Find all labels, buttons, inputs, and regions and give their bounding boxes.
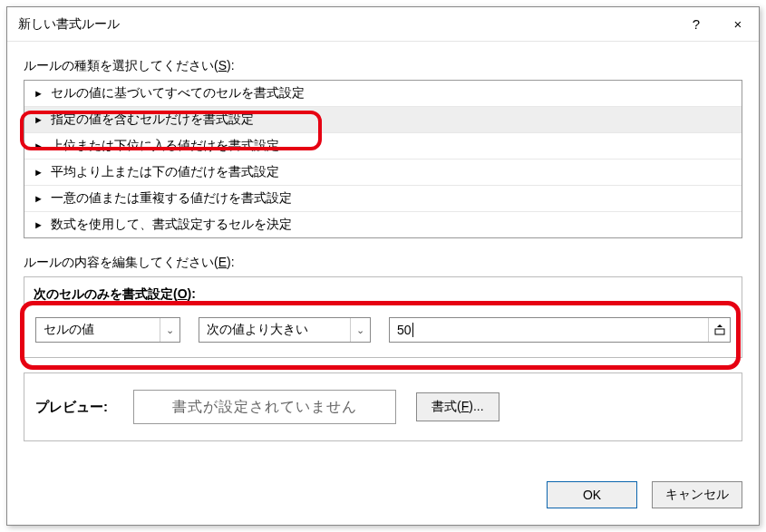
rule-type-item[interactable]: ► 数式を使用して、書式設定するセルを決定 bbox=[24, 212, 742, 237]
new-formatting-rule-dialog: 新しい書式ルール ? × ルールの種類を選択してください(S): ► セルの値に… bbox=[6, 6, 760, 526]
chevron-right-icon: ► bbox=[34, 88, 44, 99]
label-text: 次のセルのみを書式設定( bbox=[34, 286, 178, 301]
criteria-panel: 次のセルのみを書式設定(O): セルの値 ⌄ 次の値より大きい ⌄ 50 bbox=[24, 276, 742, 358]
cancel-button[interactable]: キャンセル bbox=[652, 481, 742, 508]
label-key: O bbox=[178, 286, 188, 301]
collapse-dialog-icon bbox=[713, 324, 726, 336]
help-button[interactable]: ? bbox=[675, 7, 717, 42]
chevron-down-icon: ⌄ bbox=[350, 318, 370, 342]
dialog-title: 新しい書式ルール bbox=[18, 16, 120, 33]
label-tail: ): bbox=[227, 58, 235, 73]
rule-type-item[interactable]: ► 指定の値を含むセルだけを書式設定 bbox=[24, 107, 742, 133]
chevron-right-icon: ► bbox=[34, 114, 44, 125]
rule-type-text: 数式を使用して、書式設定するセルを決定 bbox=[51, 217, 292, 233]
rule-type-list: ► セルの値に基づいてすべてのセルを書式設定 ► 指定の値を含むセルだけを書式設… bbox=[24, 80, 742, 238]
label-text: ルールの種類を選択してください( bbox=[24, 58, 218, 73]
titlebar: 新しい書式ルール ? × bbox=[7, 7, 759, 42]
dialog-footer: OK キャンセル bbox=[7, 469, 759, 525]
chevron-right-icon: ► bbox=[34, 219, 44, 230]
criteria-subject-combo[interactable]: セルの値 ⌄ bbox=[35, 317, 180, 343]
close-icon: × bbox=[734, 16, 742, 32]
text-caret bbox=[412, 323, 413, 337]
rule-type-item[interactable]: ► 上位または下位に入る値だけを書式設定 bbox=[24, 133, 742, 160]
select-rule-type-label: ルールの種類を選択してください(S): bbox=[24, 58, 742, 74]
criteria-value-input[interactable]: 50 bbox=[389, 317, 731, 343]
preview-text: 書式が設定されていません bbox=[172, 398, 357, 417]
chevron-right-icon: ► bbox=[34, 140, 44, 151]
rule-type-item[interactable]: ► セルの値に基づいてすべてのセルを書式設定 bbox=[24, 81, 742, 107]
chevron-right-icon: ► bbox=[34, 167, 44, 178]
label-text: 書式( bbox=[431, 399, 461, 413]
svg-rect-0 bbox=[715, 329, 724, 334]
edit-rule-label: ルールの内容を編集してください(E): bbox=[24, 255, 742, 271]
button-label: キャンセル bbox=[665, 487, 729, 503]
label-key: S bbox=[218, 58, 227, 73]
criteria-label: 次のセルのみを書式設定(O): bbox=[34, 286, 732, 303]
label-key: F bbox=[461, 399, 470, 413]
format-button[interactable]: 書式(F)... bbox=[416, 392, 499, 421]
preview-label: プレビュー: bbox=[35, 399, 108, 416]
criteria-row: セルの値 ⌄ 次の値より大きい ⌄ 50 bbox=[34, 315, 732, 344]
rule-type-text: セルの値に基づいてすべてのセルを書式設定 bbox=[51, 85, 305, 102]
rule-type-text: 平均より上または下の値だけを書式設定 bbox=[51, 164, 279, 180]
preview-box: 書式が設定されていません bbox=[133, 390, 396, 424]
close-button[interactable]: × bbox=[717, 7, 759, 42]
chevron-right-icon: ► bbox=[34, 193, 44, 204]
rule-type-text: 一意の値または重複する値だけを書式設定 bbox=[51, 190, 292, 207]
range-selector-button[interactable] bbox=[708, 318, 730, 342]
rule-type-item[interactable]: ► 一意の値または重複する値だけを書式設定 bbox=[24, 186, 742, 212]
label-tail: ): bbox=[227, 255, 235, 269]
label-tail: ): bbox=[188, 286, 196, 301]
rule-type-text: 指定の値を含むセルだけを書式設定 bbox=[51, 111, 254, 128]
rule-type-item[interactable]: ► 平均より上または下の値だけを書式設定 bbox=[24, 160, 742, 186]
button-label: OK bbox=[583, 488, 601, 502]
label-key: E bbox=[218, 255, 227, 269]
combo-value: 次の値より大きい bbox=[207, 322, 308, 338]
label-tail: )... bbox=[469, 399, 483, 413]
label-text: ルールの内容を編集してください( bbox=[24, 255, 218, 269]
rule-type-text: 上位または下位に入る値だけを書式設定 bbox=[51, 138, 279, 154]
help-icon: ? bbox=[693, 16, 700, 32]
input-value: 50 bbox=[397, 323, 412, 337]
ok-button[interactable]: OK bbox=[547, 481, 637, 508]
preview-panel: プレビュー: 書式が設定されていません 書式(F)... bbox=[24, 372, 742, 441]
combo-value: セルの値 bbox=[44, 322, 94, 338]
criteria-operator-combo[interactable]: 次の値より大きい ⌄ bbox=[199, 317, 371, 343]
chevron-down-icon: ⌄ bbox=[160, 318, 179, 342]
